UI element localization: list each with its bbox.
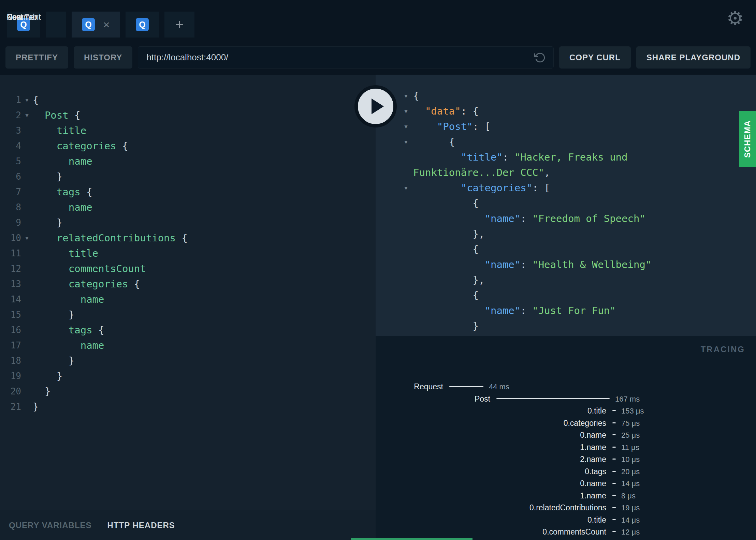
fold-caret-icon[interactable]: ▾: [401, 104, 411, 119]
query-line: 10▾relatedContributions {: [0, 230, 376, 246]
query-line: 20}: [0, 384, 376, 399]
tracing-row: 1.name8 μs: [376, 490, 756, 502]
code-token: name: [81, 294, 104, 305]
code-token: {: [449, 136, 455, 148]
fold-caret-icon[interactable]: ▾: [401, 134, 411, 150]
query-line-code: Post {: [33, 108, 81, 123]
fold-caret-icon[interactable]: ▾: [401, 119, 411, 134]
partial-row-highlight: [351, 538, 472, 540]
query-line: 8name: [0, 200, 376, 215]
code-token: }: [45, 386, 50, 397]
tab-comment[interactable]: QComment: [126, 12, 159, 38]
settings-gear-icon[interactable]: ⚙: [727, 9, 744, 28]
line-number: 7: [0, 184, 21, 200]
tracing-label: 0.title: [376, 515, 606, 525]
tracing-label: 0.commentsCount: [376, 527, 606, 537]
tab-new-tab[interactable]: New Tab: [46, 12, 66, 38]
response-line-code: "data": {: [413, 104, 689, 119]
tracing-bar: [612, 447, 616, 448]
response-line-code: {: [413, 88, 689, 104]
play-icon: [372, 99, 384, 114]
fold-caret-icon[interactable]: ▾: [21, 108, 33, 123]
fold-spacer: [21, 353, 33, 369]
query-line-code: name: [33, 292, 104, 307]
tab-bar: QUserNew TabQPost×QComment+: [7, 12, 194, 38]
query-variables-tab[interactable]: QUERY VARIABLES: [9, 521, 92, 530]
tracing-row: 0.name14 μs: [376, 478, 756, 490]
response-line-code: {: [413, 134, 689, 150]
code-token: "name": [485, 259, 521, 270]
code-token: {: [33, 94, 39, 106]
code-token: }: [57, 217, 62, 228]
fold-spacer: [21, 292, 33, 307]
reload-icon[interactable]: [534, 52, 546, 63]
response-line-code: },: [413, 272, 689, 288]
line-number: 9: [0, 215, 21, 230]
code-token: tags: [69, 324, 92, 336]
response-line: {: [376, 288, 756, 303]
response-line: ▾{: [376, 134, 756, 150]
code-token: }: [69, 355, 74, 366]
query-line-code: name: [33, 200, 92, 215]
fold-caret-icon[interactable]: ▾: [401, 88, 411, 104]
http-headers-tab[interactable]: HTTP HEADERS: [107, 521, 175, 530]
query-line-code: name: [33, 338, 104, 353]
line-number: 8: [0, 200, 21, 215]
tracing-label: 0.tags: [376, 467, 606, 476]
response-line-code: "categories": [: [413, 180, 689, 196]
response-line: ▾"categories": [: [376, 180, 756, 196]
fold-caret-icon[interactable]: ▾: [21, 230, 33, 246]
tracing-label: 0.relatedContributions: [376, 503, 606, 512]
history-button[interactable]: HISTORY: [74, 46, 132, 69]
tracing-time: 12 μs: [621, 527, 640, 537]
code-token: "Freedom of Speech": [532, 213, 645, 224]
line-number: 20: [0, 384, 21, 399]
code-token: : [: [473, 121, 491, 132]
execute-button[interactable]: [354, 85, 397, 127]
code-token: "data": [425, 105, 461, 117]
line-number: 11: [0, 246, 21, 261]
endpoint-url[interactable]: http://localhost:4000/: [146, 52, 228, 63]
line-number: 14: [0, 292, 21, 307]
query-line: 15}: [0, 307, 376, 322]
response-line-code: "name": "Just For Fun": [413, 303, 689, 318]
prettify-button[interactable]: PRETTIFY: [5, 46, 68, 69]
query-line-code: }: [33, 399, 39, 415]
line-number: 19: [0, 369, 21, 384]
fold-spacer: [21, 399, 33, 415]
query-editor-pane[interactable]: 1▾{2▾Post {3title4categories {5name6}7ta…: [0, 75, 376, 510]
tracing-time: 10 μs: [621, 455, 640, 464]
line-number: 1: [0, 92, 21, 108]
tab-post[interactable]: QPost×: [72, 12, 120, 38]
schema-tab[interactable]: SCHEMA: [739, 111, 756, 167]
code-token: Post: [45, 109, 69, 121]
fold-caret-icon[interactable]: ▾: [21, 92, 33, 108]
fold-spacer: [21, 307, 33, 322]
query-line-code: {: [33, 92, 39, 108]
code-token: :: [520, 259, 532, 270]
code-token: name: [81, 340, 104, 351]
code-token: {: [176, 232, 188, 244]
close-tab-icon[interactable]: ×: [103, 19, 110, 30]
code-token: title: [69, 247, 98, 259]
code-token: categories: [69, 278, 128, 290]
share-playground-button[interactable]: SHARE PLAYGROUND: [636, 46, 751, 69]
tracing-bar: [612, 495, 616, 496]
endpoint-url-bar[interactable]: http://localhost:4000/: [138, 46, 554, 69]
code-token: }: [69, 309, 74, 320]
tracing-bar: [612, 434, 616, 435]
code-token: }: [33, 401, 39, 412]
right-pane: ▾{▾"data": {▾"Post": [▾{"title": "Hacker…: [376, 75, 756, 540]
code-token: commentsCount: [69, 263, 146, 274]
code-token: :: [520, 213, 532, 224]
tracing-row: 0.relatedContributions19 μs: [376, 502, 756, 514]
code-token: "categories": [461, 182, 533, 194]
tracing-time: 75 μs: [621, 419, 640, 428]
tracing-row: Request44 ms: [376, 381, 756, 393]
line-number: 5: [0, 154, 21, 169]
code-token: {: [69, 109, 81, 121]
copy-curl-button[interactable]: COPY CURL: [559, 46, 631, 69]
new-tab-button[interactable]: +: [164, 12, 195, 38]
fold-caret-icon[interactable]: ▾: [401, 180, 411, 196]
query-line: 21}: [0, 399, 376, 415]
